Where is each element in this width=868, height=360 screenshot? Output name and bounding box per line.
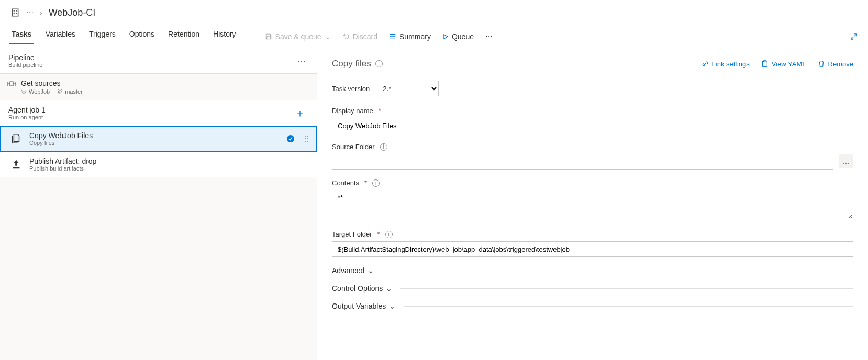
save-and-queue-label: Save & queue xyxy=(275,32,321,41)
branch-name: master xyxy=(65,88,83,95)
breadcrumb: ⋯ › WebJob-CI xyxy=(0,0,868,25)
required-marker: * xyxy=(377,230,380,238)
workspace: Pipeline Build pipeline ⋯ Get sources We… xyxy=(0,48,868,360)
remove-button[interactable]: Remove xyxy=(818,60,853,68)
task-row-publish-artifact[interactable]: Publish Artifact: drop Publish build art… xyxy=(0,152,317,177)
browse-source-folder-button[interactable]: … xyxy=(839,154,853,168)
required-marker: * xyxy=(379,107,381,115)
target-folder-input[interactable] xyxy=(332,241,853,257)
source-folder-group: Source Folder i … xyxy=(332,143,853,170)
svg-point-6 xyxy=(61,89,62,91)
section-control-options[interactable]: Control Options ⌄ xyxy=(332,284,853,292)
discard-button[interactable]: Discard xyxy=(342,32,377,41)
contents-group: Contents * i ** xyxy=(332,179,853,221)
task-sub: Publish build artifacts xyxy=(29,165,311,172)
view-yaml-button[interactable]: View YAML xyxy=(761,60,806,68)
queue-label: Queue xyxy=(452,32,474,41)
branch-icon xyxy=(57,89,63,95)
contents-label: Contents xyxy=(332,179,359,187)
pipeline-header[interactable]: Pipeline Build pipeline ⋯ xyxy=(0,48,317,74)
summary-icon xyxy=(389,33,396,40)
pipeline-more-button[interactable]: ⋯ xyxy=(295,55,308,66)
discard-label: Discard xyxy=(353,32,377,41)
required-marker: * xyxy=(364,179,367,187)
target-folder-group: Target Folder * i xyxy=(332,230,853,257)
link-settings-button[interactable]: Link settings xyxy=(702,60,750,68)
display-name-label: Display name xyxy=(332,107,373,115)
svg-rect-4 xyxy=(16,13,17,14)
task-title: Publish Artifact: drop xyxy=(29,157,311,165)
tab-variables[interactable]: Variables xyxy=(44,30,76,43)
org-icon[interactable] xyxy=(10,8,20,17)
get-sources-row[interactable]: Get sources WebJob master xyxy=(0,74,317,100)
undo-icon xyxy=(342,33,350,40)
get-sources-title: Get sources xyxy=(21,79,83,87)
tab-triggers[interactable]: Triggers xyxy=(88,30,117,43)
repo-name: WebJob xyxy=(29,88,50,95)
trash-icon xyxy=(818,60,825,68)
svg-point-11 xyxy=(305,138,306,139)
svg-point-9 xyxy=(305,136,306,137)
tab-strip: Tasks Variables Triggers Options Retenti… xyxy=(0,25,868,48)
checkmark-icon xyxy=(286,134,295,143)
save-and-queue-button[interactable]: Save & queue ⌄ xyxy=(265,32,331,41)
tab-options[interactable]: Options xyxy=(128,30,155,43)
display-name-group: Display name * xyxy=(332,107,853,133)
save-icon xyxy=(265,33,272,40)
breadcrumb-more[interactable]: ⋯ xyxy=(26,8,34,17)
add-task-button[interactable]: ＋ xyxy=(292,106,308,120)
agent-job-sub: Run on agent xyxy=(8,114,292,120)
source-folder-input[interactable] xyxy=(332,154,833,170)
svg-rect-1 xyxy=(14,10,15,12)
more-actions-button[interactable]: ⋯ xyxy=(485,32,493,41)
agent-job-row[interactable]: Agent job 1 Run on agent ＋ xyxy=(0,100,317,126)
chevron-right-icon: › xyxy=(40,8,42,17)
contents-input[interactable]: ** xyxy=(332,190,853,219)
pipeline-sub: Build pipeline xyxy=(8,62,295,68)
display-name-input[interactable] xyxy=(332,118,853,133)
tab-tasks[interactable]: Tasks xyxy=(10,30,33,43)
detail-header: Copy files i Link settings View YAML Rem… xyxy=(332,59,853,69)
pipeline-title: Pipeline xyxy=(8,53,295,62)
tab-retention[interactable]: Retention xyxy=(167,30,201,43)
svg-rect-3 xyxy=(14,13,15,14)
task-row-copy-files[interactable]: Copy WebJob Files Copy files xyxy=(0,126,317,152)
section-control-label: Control Options xyxy=(332,284,383,292)
agent-job-title: Agent job 1 xyxy=(8,106,292,114)
breadcrumb-title[interactable]: WebJob-CI xyxy=(49,7,96,18)
info-icon[interactable]: i xyxy=(380,143,387,151)
chevron-down-icon: ⌄ xyxy=(389,302,395,310)
queue-button[interactable]: Queue xyxy=(442,32,474,41)
play-icon xyxy=(442,33,449,40)
right-pane: Copy files i Link settings View YAML Rem… xyxy=(317,48,868,360)
copy-files-icon xyxy=(10,133,22,144)
svg-rect-2 xyxy=(16,10,17,12)
info-icon[interactable]: i xyxy=(375,60,383,68)
svg-point-14 xyxy=(307,141,308,142)
left-pane: Pipeline Build pipeline ⋯ Get sources We… xyxy=(0,48,317,360)
svg-point-12 xyxy=(307,138,308,139)
task-version-label: Task version xyxy=(332,85,370,93)
chevron-down-icon: ⌄ xyxy=(386,284,392,292)
target-folder-label: Target Folder xyxy=(332,230,372,238)
tab-history[interactable]: History xyxy=(212,30,237,43)
summary-button[interactable]: Summary xyxy=(389,32,431,41)
task-version-select[interactable]: 2.* xyxy=(376,81,439,96)
section-output-label: Output Variables xyxy=(332,302,386,310)
task-title: Copy WebJob Files xyxy=(29,131,279,140)
summary-label: Summary xyxy=(399,32,431,41)
expand-icon[interactable] xyxy=(850,33,858,40)
link-icon xyxy=(702,60,709,68)
sources-icon xyxy=(7,80,16,87)
task-sub: Copy files xyxy=(29,140,279,146)
repo-icon xyxy=(21,89,27,95)
svg-point-5 xyxy=(58,89,60,91)
svg-point-10 xyxy=(307,136,308,137)
section-output-variables[interactable]: Output Variables ⌄ xyxy=(332,302,853,310)
clipboard-icon xyxy=(761,60,769,68)
section-advanced[interactable]: Advanced ⌄ xyxy=(332,266,853,275)
link-settings-label: Link settings xyxy=(712,60,750,68)
info-icon[interactable]: i xyxy=(385,231,393,238)
info-icon[interactable]: i xyxy=(372,179,380,187)
drag-handle-icon[interactable] xyxy=(302,134,311,143)
